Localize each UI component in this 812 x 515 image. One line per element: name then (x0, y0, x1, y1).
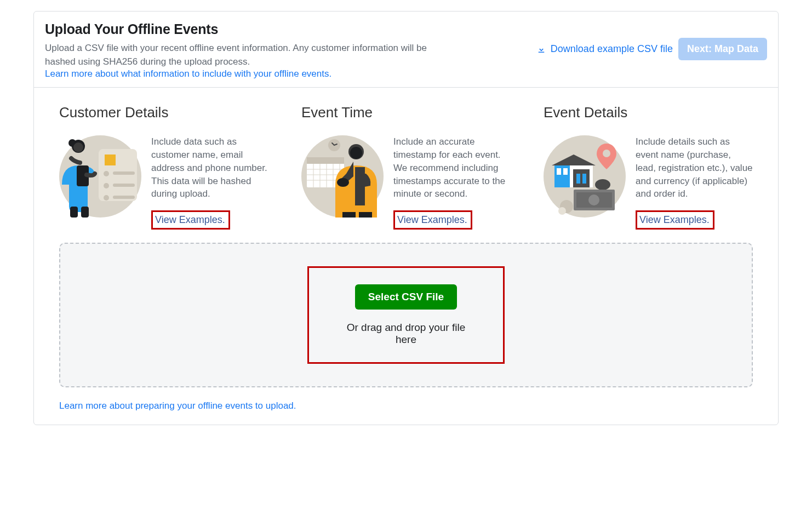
page-subtitle: Upload a CSV file with your recent offli… (45, 42, 456, 68)
header-right: Download example CSV file Next: Map Data (536, 38, 767, 60)
customer-illustration (59, 135, 141, 218)
column-event-details: Event Details (544, 104, 753, 230)
panel-header: Upload Your Offline Events Upload a CSV … (34, 12, 778, 88)
view-examples-link[interactable]: View Examples. (639, 214, 710, 225)
column-description: Include details such as event name (purc… (636, 135, 753, 201)
column-event-time: Event Time (301, 104, 511, 230)
svg-rect-32 (359, 212, 372, 218)
svg-point-28 (350, 147, 362, 159)
svg-rect-41 (576, 174, 580, 184)
learn-more-preparing-link[interactable]: Learn more about preparing your offline … (59, 400, 296, 411)
svg-point-48 (558, 207, 566, 215)
file-dropzone[interactable]: Select CSV File Or drag and drop your fi… (59, 243, 753, 387)
svg-rect-40 (573, 169, 590, 187)
column-content: Include an accurate timestamp for each e… (301, 135, 511, 230)
column-description: Include an accurate timestamp for each e… (393, 135, 511, 201)
svg-rect-42 (582, 174, 586, 184)
drag-drop-text: Or drag and drop your file here (336, 322, 476, 346)
svg-point-43 (595, 179, 610, 190)
view-examples-link[interactable]: View Examples. (155, 214, 225, 225)
column-text: Include details such as event name (purc… (636, 135, 753, 230)
svg-rect-18 (307, 157, 344, 164)
next-map-data-button[interactable]: Next: Map Data (678, 38, 767, 60)
column-description: Include data such as customer name, emai… (151, 135, 268, 201)
column-content: Include details such as event name (purc… (544, 135, 753, 230)
svg-rect-4 (113, 171, 135, 175)
svg-point-29 (337, 178, 349, 187)
info-columns: Customer Details (59, 104, 753, 230)
column-customer-details: Customer Details (59, 104, 268, 230)
column-text: Include an accurate timestamp for each e… (393, 135, 511, 230)
learn-more-link[interactable]: Learn more about what information to inc… (45, 68, 331, 79)
view-examples-link[interactable]: View Examples. (397, 214, 467, 225)
page-title: Upload Your Offline Events (45, 21, 456, 37)
svg-rect-39 (563, 168, 568, 175)
svg-rect-31 (342, 212, 356, 218)
svg-point-34 (603, 150, 610, 157)
download-example-label: Download example CSV file (551, 43, 673, 55)
column-title: Event Time (301, 104, 511, 121)
header-left: Upload Your Offline Events Upload a CSV … (45, 21, 456, 79)
column-content: Include data such as customer name, emai… (59, 135, 268, 230)
highlight-box: View Examples. (636, 210, 714, 230)
svg-rect-14 (81, 207, 89, 218)
highlight-box: View Examples. (151, 210, 230, 230)
highlight-box: Select CSV File Or drag and drop your fi… (307, 266, 505, 364)
download-icon (536, 44, 546, 54)
event-details-illustration (544, 135, 626, 218)
svg-rect-13 (70, 207, 78, 218)
svg-rect-8 (113, 196, 135, 199)
column-title: Event Details (544, 104, 753, 121)
svg-point-5 (104, 183, 109, 188)
column-title: Customer Details (59, 104, 268, 121)
select-csv-button[interactable]: Select CSV File (355, 284, 457, 310)
event-time-illustration (301, 135, 384, 218)
svg-rect-2 (105, 154, 116, 165)
upload-offline-events-panel: Upload Your Offline Events Upload a CSV … (33, 11, 779, 425)
svg-point-46 (588, 194, 599, 205)
column-text: Include data such as customer name, emai… (151, 135, 268, 230)
highlight-box: View Examples. (393, 210, 472, 230)
panel-body: Customer Details (34, 88, 778, 425)
download-example-link[interactable]: Download example CSV file (536, 43, 673, 55)
svg-rect-38 (557, 168, 561, 175)
svg-point-11 (73, 142, 83, 152)
svg-point-7 (104, 195, 109, 201)
svg-point-3 (104, 171, 109, 176)
svg-rect-6 (113, 184, 135, 187)
